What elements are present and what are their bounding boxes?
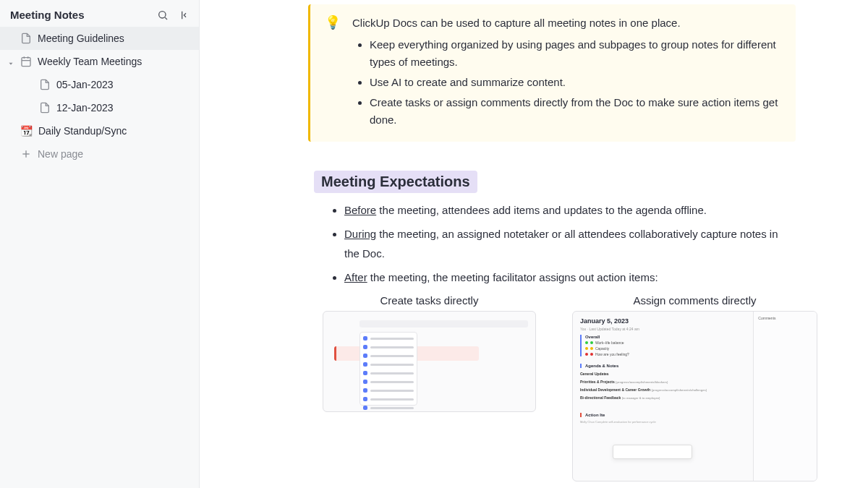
search-icon[interactable] bbox=[157, 9, 169, 21]
svg-line-1 bbox=[165, 17, 167, 20]
doc-icon bbox=[39, 102, 51, 114]
section-heading: Meeting Expectations bbox=[314, 171, 477, 193]
chevron-down-icon[interactable] bbox=[7, 58, 14, 65]
sidebar-item-label: Weekly Team Meetings bbox=[38, 56, 142, 67]
collapse-sidebar-icon[interactable] bbox=[177, 9, 189, 21]
sidebar-header-actions bbox=[157, 9, 189, 21]
sidebar-item-meeting-guidelines[interactable]: Meeting Guidelines bbox=[0, 27, 199, 50]
sidebar-item-label: 12-Jan-2023 bbox=[56, 102, 114, 114]
sidebar: Meeting Notes Meeting Guidelines Weekly … bbox=[0, 0, 200, 488]
expectation-item: During the meeting, an assigned notetake… bbox=[344, 224, 788, 263]
after-keyword: After bbox=[344, 271, 367, 283]
sidebar-item-weekly-team-meetings[interactable]: Weekly Team Meetings bbox=[0, 50, 199, 73]
image-caption: Create tasks directly bbox=[323, 294, 536, 307]
image-comments-label: Comments bbox=[758, 316, 812, 320]
sidebar-title: Meeting Notes bbox=[10, 9, 85, 21]
sidebar-item-label: 05-Jan-2023 bbox=[56, 79, 114, 90]
expectation-item: Before the meeting, attendees add items … bbox=[344, 200, 788, 220]
image-agenda-label: Agenda & Notes bbox=[585, 364, 746, 368]
image-block-right: Assign comments directly January 5, 2023… bbox=[572, 294, 817, 481]
image-create-tasks bbox=[323, 311, 536, 412]
new-page-button[interactable]: New page bbox=[0, 142, 199, 166]
image-overall-label: Overall bbox=[585, 335, 746, 339]
expectation-item: After the meeting, the meeting facilitat… bbox=[344, 267, 788, 287]
sidebar-item-12-jan-2023[interactable]: 12-Jan-2023 bbox=[0, 96, 199, 119]
doc-icon bbox=[39, 79, 51, 90]
before-text: the meeting, attendees add items and upd… bbox=[376, 204, 707, 216]
calendar-emoji-icon: 📆 bbox=[20, 125, 33, 137]
new-page-label: New page bbox=[38, 148, 83, 160]
plus-icon bbox=[20, 148, 32, 160]
calendar-icon bbox=[20, 56, 32, 67]
images-row: Create tasks directly Assign commen bbox=[323, 294, 817, 481]
sidebar-header: Meeting Notes bbox=[0, 0, 199, 27]
expectations-list: Before the meeting, attendees add items … bbox=[221, 200, 846, 287]
callout-bullet: Use AI to create and summarize content. bbox=[370, 74, 781, 91]
svg-point-0 bbox=[159, 11, 166, 17]
image-assign-comments: January 5, 2023 You · Last Updated Today… bbox=[572, 311, 817, 481]
callout-list: Keep everything organized by using pages… bbox=[352, 36, 781, 129]
sidebar-item-05-jan-2023[interactable]: 05-Jan-2023 bbox=[0, 73, 199, 96]
sidebar-item-daily-standup[interactable]: 📆 Daily Standup/Sync bbox=[0, 119, 199, 142]
callout-box: 💡 ClickUp Docs can be used to capture al… bbox=[308, 4, 796, 142]
svg-marker-3 bbox=[9, 63, 13, 65]
sidebar-item-label: Meeting Guidelines bbox=[38, 33, 124, 44]
during-keyword: During bbox=[344, 228, 376, 240]
after-text: the meeting, the meeting facilitator ass… bbox=[367, 271, 658, 283]
image-caption: Assign comments directly bbox=[572, 294, 817, 307]
before-keyword: Before bbox=[344, 204, 376, 216]
callout-content: ClickUp Docs can be used to capture all … bbox=[352, 14, 781, 132]
image-date: January 5, 2023 bbox=[580, 317, 746, 325]
callout-bullet: Create tasks or assign comments directly… bbox=[370, 94, 781, 129]
doc-icon bbox=[20, 33, 32, 44]
during-text: the meeting, an assigned notetaker or al… bbox=[344, 228, 778, 260]
svg-rect-4 bbox=[22, 58, 30, 67]
image-block-left: Create tasks directly bbox=[323, 294, 536, 481]
callout-bullet: Keep everything organized by using pages… bbox=[370, 36, 781, 71]
sidebar-item-label: Daily Standup/Sync bbox=[38, 125, 127, 137]
lightbulb-icon: 💡 bbox=[325, 14, 341, 132]
main-content: 💡 ClickUp Docs can be used to capture al… bbox=[200, 0, 868, 488]
callout-intro: ClickUp Docs can be used to capture all … bbox=[352, 14, 781, 32]
